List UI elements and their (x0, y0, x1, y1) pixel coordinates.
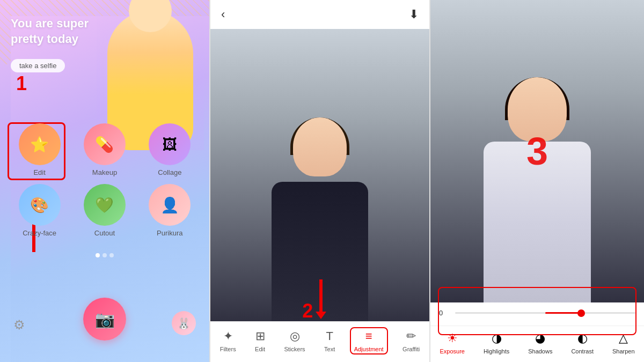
text-label: Text (324, 346, 335, 352)
toolbar-edit[interactable]: ⊞ Edit (251, 327, 269, 354)
panel-home: You are super pretty today take a selfie… (0, 0, 209, 362)
exposure-icon: ☀ (447, 331, 458, 345)
shadows-label: Shadows (528, 348, 552, 354)
slider-thumb[interactable] (577, 309, 585, 317)
highlights-icon: ◑ (492, 331, 502, 345)
purikura-label: Purikura (157, 229, 182, 237)
cutout-circle[interactable]: 💚 (84, 184, 126, 226)
adjust-controls: 0 (430, 302, 644, 326)
adjust-portrait-person (467, 77, 607, 302)
photo-placeholder (210, 29, 429, 321)
text-icon: T (326, 329, 333, 343)
sharpen-icon: △ (619, 331, 628, 345)
adj-shadows[interactable]: ◕ Shadows (528, 331, 552, 354)
adjustment-icon: ≡ (365, 329, 372, 343)
graffiti-icon: ✏ (406, 329, 416, 343)
crazy-circle[interactable]: 🎨 (19, 184, 61, 226)
toolbar-text[interactable]: T Text (320, 327, 339, 354)
page-dots (96, 253, 114, 257)
highlights-label: Highlights (484, 348, 509, 354)
icons-grid: ⭐ Edit 💊 Makeup 🖼 Collage 🎨 Crazy-face 💚… (5, 123, 204, 237)
collage-label: Collage (158, 168, 181, 176)
toolbar-filters[interactable]: ✦ Filters (216, 327, 240, 354)
shadows-icon: ◕ (535, 331, 545, 345)
adjustment-label: Adjustment (354, 346, 384, 352)
person-body (272, 182, 368, 321)
dot-3 (109, 253, 114, 257)
icon-item-edit[interactable]: ⭐ Edit (11, 123, 68, 176)
edit-icon: ⊞ (255, 329, 265, 343)
avatar-icon[interactable]: 🐰 (172, 311, 196, 335)
adj-sharpen[interactable]: △ Sharpen (612, 331, 635, 354)
makeup-label: Makeup (92, 168, 117, 176)
slider-fill (545, 312, 581, 314)
download-button[interactable]: ⬇ (409, 8, 419, 21)
adjust-photo-area: 3 (430, 0, 644, 302)
dot-1 (96, 253, 100, 257)
edit-toolbar: ✦ Filters ⊞ Edit ◎ Stickers T Text ≡ Adj… (210, 321, 429, 362)
filters-label: Filters (220, 346, 236, 352)
slider-track[interactable] (455, 312, 635, 314)
settings-icon[interactable]: ⚙ (13, 317, 25, 333)
portrait-person (261, 117, 379, 321)
edit-circle[interactable]: ⭐ (19, 123, 61, 165)
toolbar-items: ✦ Filters ⊞ Edit ◎ Stickers T Text ≡ Adj… (210, 327, 429, 354)
contrast-label: Contrast (571, 348, 594, 354)
edit-label: Edit (33, 168, 45, 176)
edit-header: ‹ ⬇ (210, 0, 429, 29)
contrast-icon: ◐ (577, 331, 588, 345)
sharpen-label: Sharpen (612, 348, 635, 354)
purikura-circle[interactable]: 👤 (149, 184, 191, 226)
adj-exposure[interactable]: ☀ Exposure (440, 331, 464, 354)
slider-value: 0 (439, 309, 450, 317)
makeup-circle[interactable]: 💊 (84, 123, 126, 165)
girl-head (129, 0, 172, 32)
toolbar-adjustment[interactable]: ≡ Adjustment (350, 327, 388, 354)
person-head (293, 117, 347, 176)
icon-item-crazy[interactable]: 🎨 Crazy-face (11, 184, 68, 237)
back-button[interactable]: ‹ (221, 8, 225, 21)
panel-adjust: 3 0 ☀ Exposure ◑ Highlights ◕ Shadows (430, 0, 644, 362)
stickers-label: Stickers (284, 346, 305, 352)
edit-label: Edit (255, 346, 265, 352)
toolbar-stickers[interactable]: ◎ Stickers (280, 327, 309, 354)
adjust-toolbar-items: ☀ Exposure ◑ Highlights ◕ Shadows ◐ Cont… (430, 331, 644, 354)
camera-button[interactable]: 📷 (83, 298, 126, 341)
exposure-label: Exposure (440, 348, 464, 354)
panel-edit: ‹ ⬇ 2 ✦ Filters ⊞ Edit (210, 0, 429, 362)
step-2-label: 2 (302, 300, 313, 322)
step-3-label: 3 (526, 129, 548, 173)
cutout-label: Cutout (94, 229, 115, 237)
toolbar-graffiti[interactable]: ✏ Graffiti (398, 327, 424, 354)
graffiti-label: Graffiti (402, 346, 420, 352)
adjust-toolbar: ☀ Exposure ◑ Highlights ◕ Shadows ◐ Cont… (430, 326, 644, 362)
edit-photo-area (210, 29, 429, 321)
icon-item-purikura[interactable]: 👤 Purikura (141, 184, 199, 237)
adj-contrast[interactable]: ◐ Contrast (571, 331, 594, 354)
slider-row: 0 (439, 309, 635, 317)
stickers-icon: ◎ (290, 329, 300, 343)
selfie-button[interactable]: take a selfie (11, 59, 65, 72)
icon-item-collage[interactable]: 🖼 Collage (141, 123, 199, 176)
collage-circle[interactable]: 🖼 (149, 123, 191, 165)
icon-item-makeup[interactable]: 💊 Makeup (76, 123, 133, 176)
step-1-label: 1 (16, 72, 27, 95)
icon-item-cutout[interactable]: 💚 Cutout (76, 184, 133, 237)
filters-icon: ✦ (223, 329, 233, 343)
adj-highlights[interactable]: ◑ Highlights (484, 331, 509, 354)
crazy-label: Crazy-face (23, 229, 56, 237)
dot-2 (103, 253, 107, 257)
